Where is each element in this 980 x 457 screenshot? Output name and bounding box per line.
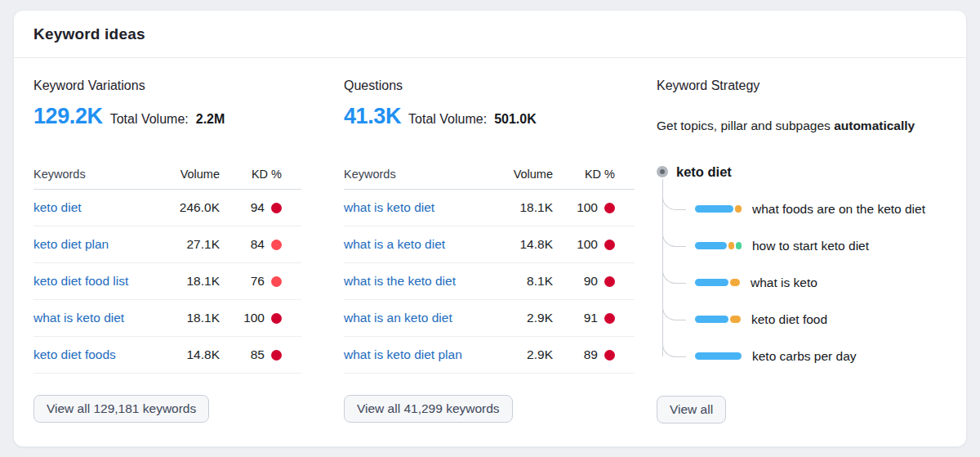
- col-header-keywords: Keywords: [344, 168, 479, 181]
- table-row: keto diet plan 27.1K 84: [33, 226, 301, 263]
- questions-stats: 41.3K Total Volume: 501.0K: [344, 103, 635, 132]
- strategy-topic: how to start keto diet: [662, 227, 947, 264]
- volume-cell: 14.8K: [146, 347, 220, 362]
- kd-dot: [271, 203, 282, 213]
- kd-cell: 85: [220, 347, 301, 362]
- topic-label: what is keto: [751, 276, 817, 290]
- variations-count-link[interactable]: 129.2K: [33, 103, 103, 129]
- kd-dot: [271, 350, 282, 361]
- table-row: what is a keto diet 14.8K 100: [344, 226, 635, 263]
- topic-share-bar: [695, 352, 742, 360]
- col-header-volume: Volume: [479, 168, 553, 181]
- topic-share-bar: [695, 316, 741, 323]
- table-row: what is keto diet plan 2.9K 89: [344, 337, 635, 374]
- kd-cell: 90: [553, 274, 635, 289]
- volume-cell: 18.1K: [146, 311, 220, 325]
- kd-dot: [271, 313, 282, 324]
- table-row: keto diet foods 14.8K 85: [33, 337, 301, 374]
- volume-cell: 2.9K: [479, 311, 553, 325]
- strategy-topic: keto carbs per day: [662, 338, 947, 374]
- keyword-ideas-card: Keyword ideas Keyword Variations 129.2K …: [13, 10, 967, 447]
- keyword-link[interactable]: what is a keto diet: [344, 237, 445, 251]
- root-node-icon: [657, 166, 668, 177]
- variations-stats: 129.2K Total Volume: 2.2M: [33, 103, 301, 132]
- kd-dot: [271, 240, 282, 250]
- volume-cell: 8.1K: [479, 274, 553, 289]
- total-volume-label: Total Volume:: [110, 106, 189, 132]
- kd-value: 100: [243, 311, 265, 325]
- keyword-link[interactable]: what is the keto diet: [344, 274, 456, 288]
- keyword-link[interactable]: keto diet foods: [33, 347, 116, 361]
- kd-cell: 100: [553, 237, 635, 252]
- topic-label: how to start keto diet: [752, 239, 869, 253]
- kd-cell: 100: [553, 200, 635, 215]
- volume-cell: 27.1K: [146, 237, 220, 252]
- topic-share-bar: [695, 279, 740, 286]
- view-all-strategy-button[interactable]: View all: [657, 396, 726, 423]
- kd-dot: [604, 276, 615, 287]
- topic-label: keto carbs per day: [752, 349, 857, 364]
- strategy-topic: what foods are on the keto diet: [662, 190, 947, 227]
- volume-cell: 246.0K: [146, 200, 220, 215]
- section-title-questions: Questions: [344, 78, 635, 93]
- total-volume-value: 2.2M: [196, 106, 225, 132]
- col-header-keywords: Keywords: [33, 168, 146, 181]
- total-volume-value: 501.0K: [494, 106, 537, 132]
- page-title: Keyword ideas: [33, 25, 145, 43]
- kd-cell: 76: [220, 274, 301, 289]
- strategy-topic: what is keto: [662, 264, 947, 301]
- keyword-link[interactable]: what is keto diet plan: [344, 347, 462, 361]
- root-node-label: keto diet: [676, 164, 732, 180]
- volume-cell: 2.9K: [479, 347, 553, 362]
- table-row: keto diet 246.0K 94: [33, 190, 301, 226]
- kd-dot: [604, 203, 615, 213]
- keyword-link[interactable]: what is keto diet: [344, 200, 434, 214]
- volume-cell: 18.1K: [146, 274, 220, 289]
- section-title-strategy: Keyword Strategy: [657, 78, 947, 93]
- kd-value: 100: [577, 200, 598, 215]
- questions-count-link[interactable]: 41.3K: [344, 103, 401, 129]
- table-row: keto diet food list 18.1K 76: [33, 263, 301, 300]
- keyword-link[interactable]: keto diet: [33, 200, 82, 214]
- strategy-topic: keto diet food: [662, 301, 947, 338]
- col-header-volume: Volume: [146, 168, 220, 181]
- kd-value: 76: [251, 274, 265, 289]
- strategy-subtitle-bold: automatically: [834, 119, 915, 132]
- strategy-topic-tree: what foods are on the keto diet how to s…: [662, 190, 947, 374]
- card-body: Keyword Variations 129.2K Total Volume: …: [14, 58, 966, 423]
- kd-cell: 84: [220, 237, 301, 252]
- topic-share-bar: [695, 205, 742, 213]
- kd-value: 90: [584, 274, 598, 289]
- col-header-kd: KD %: [553, 168, 635, 181]
- volume-cell: 18.1K: [479, 200, 553, 215]
- strategy-root-node: keto diet: [657, 163, 947, 181]
- kd-value: 84: [251, 237, 265, 252]
- kd-value: 91: [584, 311, 598, 325]
- section-title-variations: Keyword Variations: [33, 78, 301, 93]
- table-row: what is an keto diet 2.9K 91: [344, 300, 635, 337]
- kd-cell: 91: [553, 311, 635, 325]
- volume-cell: 14.8K: [479, 237, 553, 252]
- kd-cell: 94: [220, 200, 301, 215]
- card-header: Keyword ideas: [14, 11, 966, 58]
- keyword-strategy-section: Keyword Strategy Get topics, pillar and …: [657, 78, 947, 423]
- view-all-questions-button[interactable]: View all 41,299 keywords: [344, 395, 513, 423]
- kd-dot: [271, 276, 282, 287]
- total-volume-label: Total Volume:: [408, 106, 487, 132]
- keyword-link[interactable]: what is keto diet: [33, 311, 124, 325]
- strategy-subtitle-text: Get topics, pillar and subpages: [657, 119, 831, 132]
- keyword-link[interactable]: keto diet food list: [33, 274, 128, 288]
- table-row: what is keto diet 18.1K 100: [33, 300, 301, 337]
- kd-cell: 100: [220, 311, 301, 325]
- kd-dot: [604, 350, 615, 361]
- strategy-subtitle: Get topics, pillar and subpages automati…: [657, 118, 947, 133]
- topic-share-bar: [695, 242, 742, 249]
- variations-table-header: Keywords Volume KD %: [33, 159, 301, 190]
- keyword-link[interactable]: what is an keto diet: [344, 311, 452, 325]
- kd-dot: [604, 240, 615, 250]
- keyword-link[interactable]: keto diet plan: [33, 237, 109, 251]
- kd-value: 85: [251, 347, 265, 362]
- table-row: what is the keto diet 8.1K 90: [344, 263, 635, 300]
- questions-table-header: Keywords Volume KD %: [344, 159, 635, 190]
- view-all-variations-button[interactable]: View all 129,181 keywords: [33, 395, 209, 423]
